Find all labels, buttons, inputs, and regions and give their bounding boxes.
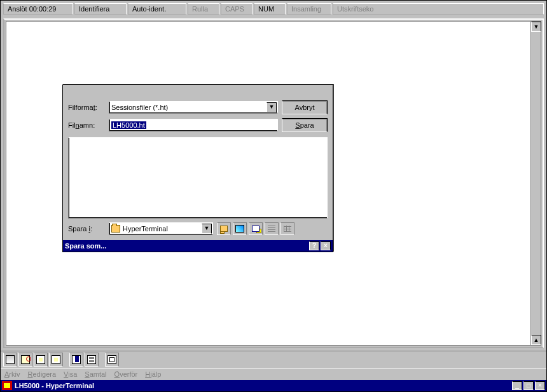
up-one-level-icon[interactable] bbox=[217, 222, 231, 235]
maximize-button[interactable]: □ bbox=[523, 381, 534, 390]
scroll-down-icon[interactable]: ▼ bbox=[531, 22, 541, 32]
status-auto: Auto-ident. bbox=[128, 3, 186, 15]
menu-overfor[interactable]: Överför bbox=[114, 370, 138, 378]
filename-label: Filnamn: bbox=[68, 121, 105, 129]
vertical-scrollbar[interactable]: ▲ ▼ bbox=[530, 22, 541, 345]
tool-send-icon[interactable] bbox=[69, 353, 83, 367]
menu-hjalp[interactable]: Hjälp bbox=[145, 370, 161, 378]
filename-input[interactable]: LH5000.ht bbox=[109, 119, 278, 132]
statusbar: Anslöt 00:00:29 Identifiera Auto-ident. … bbox=[2, 2, 545, 16]
details-view-icon[interactable] bbox=[280, 222, 294, 235]
filetype-label: Filformat: bbox=[68, 104, 105, 111]
chevron-down-icon[interactable]: ▼ bbox=[202, 224, 212, 234]
new-folder-icon[interactable] bbox=[249, 222, 263, 235]
cancel-button[interactable]: Avbryt bbox=[282, 100, 328, 114]
filename-value: LH5000.ht bbox=[111, 121, 146, 129]
tool-new-icon[interactable] bbox=[3, 353, 17, 367]
status-connected: Anslöt 00:00:29 bbox=[3, 3, 73, 15]
desktop-icon[interactable] bbox=[233, 222, 247, 235]
app-window: LH5000 - HyperTerminal _ □ × Arkiv Redig… bbox=[0, 0, 547, 392]
status-utskrift: Utskriftseko bbox=[333, 3, 544, 15]
status-insamling: Insamling bbox=[287, 3, 331, 15]
file-list[interactable] bbox=[68, 137, 328, 219]
toolbar bbox=[1, 351, 546, 368]
scroll-up-icon[interactable]: ▲ bbox=[531, 335, 541, 345]
tool-disconnect-icon[interactable] bbox=[49, 353, 63, 367]
close-button[interactable]: × bbox=[535, 381, 545, 390]
status-caps: CAPS bbox=[221, 3, 253, 15]
menu-samtal[interactable]: Samtal bbox=[85, 370, 106, 378]
minimize-button[interactable]: _ bbox=[512, 381, 522, 390]
dialog-close-button[interactable]: × bbox=[321, 241, 331, 250]
tool-receive-icon[interactable] bbox=[85, 353, 99, 367]
status-detect: Identifiera bbox=[74, 3, 127, 15]
save-in-label: Spara i: bbox=[68, 225, 105, 233]
save-in-value: HyperTerminal bbox=[123, 225, 168, 233]
status-num: NUM bbox=[254, 3, 286, 15]
folder-icon bbox=[111, 225, 120, 233]
titlebar: LH5000 - HyperTerminal _ □ × bbox=[1, 380, 546, 391]
status-rulla: Rulla bbox=[188, 3, 219, 15]
tool-connect-icon[interactable] bbox=[34, 353, 48, 367]
window-title: LH5000 - HyperTerminal bbox=[15, 382, 94, 389]
menu-visa[interactable]: Visa bbox=[64, 370, 77, 378]
save-as-dialog: Spara som... ? × Spara i: HyperTerminal bbox=[62, 84, 333, 252]
menu-arkiv[interactable]: Arkiv bbox=[4, 370, 20, 378]
menu-redigera[interactable]: Redigera bbox=[27, 370, 56, 378]
menubar: Arkiv Redigera Visa Samtal Överför Hjälp bbox=[1, 368, 546, 380]
tool-open-icon[interactable] bbox=[18, 353, 32, 367]
chevron-down-icon[interactable]: ▼ bbox=[267, 102, 277, 112]
dialog-help-button[interactable]: ? bbox=[309, 241, 319, 250]
terminal-area[interactable]: ▲ ▼ Spara som... ? × Spara i: bbox=[6, 21, 541, 346]
filetype-value: Sessionsfiler (*.ht) bbox=[111, 104, 168, 111]
save-in-combo[interactable]: HyperTerminal ▼ bbox=[109, 222, 213, 235]
dialog-titlebar: Spara som... ? × bbox=[63, 240, 333, 252]
filetype-combo[interactable]: Sessionsfiler (*.ht) ▼ bbox=[109, 101, 278, 114]
app-icon bbox=[2, 381, 12, 390]
save-button[interactable]: Spara bbox=[282, 118, 328, 132]
terminal-frame: ▲ ▼ Spara som... ? × Spara i: bbox=[3, 18, 544, 348]
tool-properties-icon[interactable] bbox=[105, 353, 119, 367]
list-view-icon[interactable] bbox=[265, 222, 279, 235]
dialog-title: Spara som... bbox=[65, 242, 106, 250]
